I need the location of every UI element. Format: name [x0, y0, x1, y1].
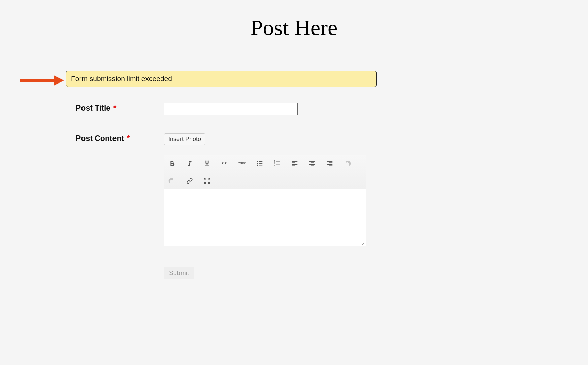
svg-point-4	[257, 161, 258, 162]
svg-marker-1	[54, 75, 64, 86]
svg-rect-7	[259, 161, 262, 162]
align-left-icon[interactable]	[289, 158, 300, 169]
svg-rect-26	[327, 164, 333, 165]
post-content-label: Post Content *	[76, 133, 164, 143]
svg-rect-22	[309, 164, 315, 165]
bullet-list-icon[interactable]	[254, 158, 265, 169]
svg-rect-18	[292, 164, 298, 165]
callout-arrow	[20, 74, 64, 87]
svg-rect-24	[327, 161, 333, 162]
page-title: Post Here	[0, 15, 588, 40]
resize-handle-icon[interactable]	[360, 241, 365, 245]
svg-rect-8	[259, 163, 262, 164]
italic-icon[interactable]	[184, 158, 195, 169]
svg-point-5	[257, 163, 258, 164]
svg-rect-19	[292, 165, 295, 166]
alert-banner: Form submission limit exceeded	[66, 71, 377, 87]
post-form: Post Title * Post Content * Insert Photo	[76, 103, 379, 279]
svg-text:3: 3	[274, 164, 275, 166]
editor-textarea[interactable]	[164, 189, 366, 246]
svg-rect-9	[259, 165, 262, 166]
label-text: Post Content	[76, 134, 124, 143]
redo-icon[interactable]	[166, 175, 178, 187]
fullscreen-icon[interactable]	[201, 175, 213, 187]
bold-icon[interactable]	[166, 158, 178, 169]
label-text: Post Title	[76, 104, 110, 112]
align-center-icon[interactable]	[306, 158, 318, 169]
svg-rect-27	[329, 165, 332, 166]
required-marker: *	[127, 134, 130, 143]
align-right-icon[interactable]	[324, 158, 335, 169]
underline-icon[interactable]	[201, 158, 213, 169]
post-title-input[interactable]	[164, 103, 298, 115]
svg-rect-20	[309, 161, 315, 162]
undo-icon[interactable]	[341, 158, 353, 169]
svg-rect-16	[292, 161, 298, 162]
insert-photo-button[interactable]: Insert Photo	[164, 133, 205, 145]
svg-rect-14	[276, 163, 280, 163]
required-marker: *	[113, 104, 117, 112]
svg-rect-17	[292, 162, 295, 163]
numbered-list-icon[interactable]: 123	[271, 158, 283, 169]
svg-line-30	[364, 244, 364, 245]
rich-text-editor: ABC 123	[164, 155, 366, 246]
editor-toolbar: ABC 123	[164, 155, 366, 189]
svg-rect-23	[311, 165, 314, 166]
svg-point-6	[257, 165, 258, 166]
link-icon[interactable]	[184, 175, 195, 187]
svg-rect-15	[276, 165, 280, 165]
field-row-content: Post Content * Insert Photo	[76, 133, 379, 246]
svg-rect-25	[329, 162, 332, 163]
field-row-title: Post Title *	[76, 103, 379, 115]
strikethrough-icon[interactable]: ABC	[236, 158, 248, 169]
submit-button[interactable]: Submit	[164, 267, 194, 279]
svg-rect-21	[311, 162, 314, 163]
svg-rect-13	[276, 161, 280, 162]
post-title-label: Post Title *	[76, 103, 164, 113]
blockquote-icon[interactable]	[219, 158, 230, 169]
